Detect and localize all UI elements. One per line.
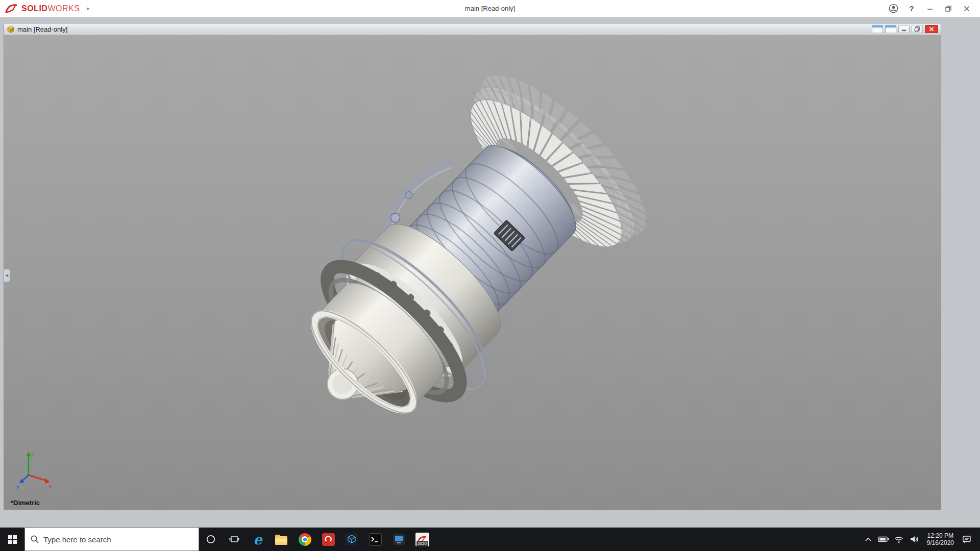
document-title: main [Read-only] [17, 26, 67, 33]
taskbar-clock[interactable]: 12:20 PM 9/16/2020 [923, 532, 958, 546]
clock-date: 9/16/2020 [927, 539, 954, 546]
taskbar-search[interactable] [24, 528, 199, 551]
speaker-icon [910, 535, 919, 543]
cortana-icon [206, 534, 216, 544]
tile-window-icon [886, 26, 896, 28]
edge-icon: e [253, 533, 262, 546]
red-app-icon [322, 533, 335, 546]
chrome-icon [299, 533, 311, 546]
assembly-doc-icon [7, 26, 15, 33]
doc-close-button[interactable] [925, 25, 938, 33]
minimize-button[interactable] [921, 0, 939, 17]
doc-restore-button[interactable] [912, 25, 923, 33]
battery-icon [878, 536, 889, 542]
solidworks-2020-button[interactable]: 2020 [410, 528, 434, 551]
doc-minimize-button[interactable] [898, 25, 910, 33]
start-button[interactable] [0, 528, 24, 551]
new-window-button[interactable] [872, 25, 883, 33]
orientation-triad[interactable]: y x z [15, 448, 58, 491]
triad-y-label: y [31, 451, 34, 457]
tile-window-icon [872, 26, 883, 28]
solidworks-app-icon: 2020 [415, 533, 429, 546]
clock-time: 12:20 PM [927, 532, 954, 539]
collapse-arrow-icon: ◀ [6, 273, 8, 278]
window-title: main [Read-only] [0, 5, 980, 12]
task-view-icon [229, 535, 239, 544]
close-button[interactable] [958, 0, 976, 17]
volume-control[interactable] [908, 528, 921, 551]
command-prompt-icon [369, 533, 382, 546]
action-center-icon [962, 535, 971, 544]
tile-windows-button[interactable] [885, 25, 896, 33]
document-titlebar[interactable]: main [Read-only] [4, 23, 941, 35]
action-center-button[interactable] [960, 528, 973, 551]
task-view-button[interactable] [223, 528, 246, 551]
cad-viewer-button[interactable] [340, 528, 363, 551]
file-explorer-icon [275, 536, 287, 545]
window-controls: ? [884, 0, 980, 17]
screen: { "titlebar": { "brand_solid": "SOLID", … [0, 0, 980, 551]
help-icon[interactable]: ? [902, 0, 921, 17]
view-orientation-label: *Dimetric [11, 499, 40, 507]
monitor-app-button[interactable] [387, 528, 410, 551]
solidworks-logo-icon [5, 4, 18, 14]
app-titlebar: SOLIDWORKS ▸ main [Read-only] ? [0, 0, 980, 17]
brand-text: SOLIDWORKS [21, 4, 80, 13]
restore-button[interactable] [939, 0, 958, 17]
network-status[interactable] [892, 528, 905, 551]
cube-app-icon [345, 533, 358, 546]
solidworks-logo: SOLIDWORKS [0, 4, 80, 14]
red-app-button[interactable] [316, 528, 340, 551]
graphics-viewport[interactable]: ◀ y x z *Dimetric [4, 35, 941, 510]
triad-x-label: x [48, 484, 52, 489]
solidworks-year-badge: 2020 [416, 541, 428, 546]
account-icon[interactable] [884, 0, 902, 17]
wifi-icon [894, 535, 903, 543]
triad-z-label: z [16, 485, 19, 490]
menu-flyout-arrow-icon[interactable]: ▸ [87, 5, 90, 12]
taskbar: e [0, 528, 980, 551]
document-window-controls [872, 25, 938, 33]
feature-manager-collapse-tab[interactable]: ◀ [4, 269, 10, 282]
workspace: main [Read-only] [0, 18, 980, 528]
file-explorer-button[interactable] [270, 528, 293, 551]
battery-status[interactable] [877, 528, 890, 551]
windows-logo-icon [8, 535, 17, 544]
edge-button[interactable]: e [246, 528, 270, 551]
system-tray: 12:20 PM 9/16/2020 [862, 528, 980, 551]
chevron-up-icon [864, 536, 872, 542]
chrome-button[interactable] [293, 528, 316, 551]
hidden-icons-button[interactable] [862, 528, 875, 551]
document-window: main [Read-only] [4, 23, 941, 510]
cortana-button[interactable] [199, 528, 223, 551]
command-prompt-button[interactable] [363, 528, 387, 551]
jet-engine-model[interactable] [4, 35, 941, 510]
monitor-app-icon [393, 533, 405, 546]
search-icon [30, 535, 39, 544]
search-input[interactable] [43, 535, 193, 544]
